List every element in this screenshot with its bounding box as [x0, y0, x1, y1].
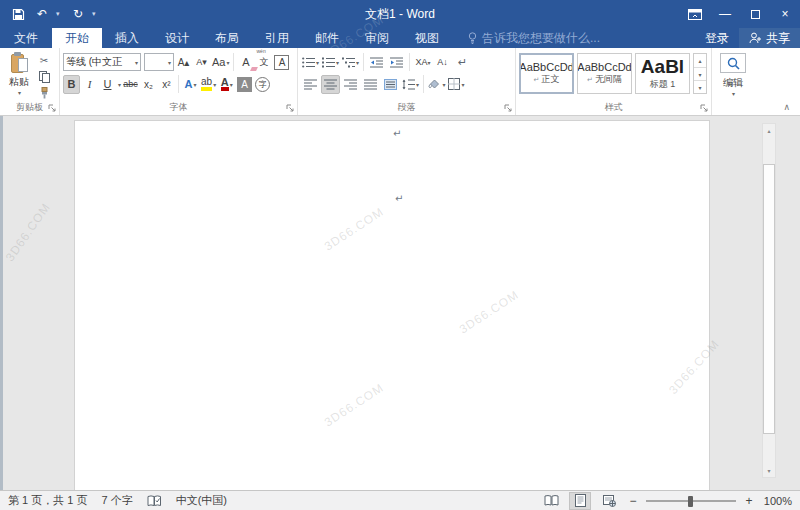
style-normal[interactable]: AaBbCcDd ↵正文 [519, 53, 574, 94]
tell-me-box[interactable]: 告诉我您想要做什么... [468, 28, 600, 48]
phonetic-guide-button[interactable]: wén文 [255, 53, 272, 72]
italic-button[interactable]: I [81, 75, 98, 94]
underline-button[interactable]: U [99, 75, 116, 94]
change-case-button[interactable]: Aa▾ [211, 53, 230, 72]
paste-dropdown-icon: ▾ [18, 89, 21, 96]
editing-group-button-label[interactable]: 编辑 [723, 76, 743, 90]
ribbon-display-options-icon[interactable] [680, 0, 710, 28]
language-indicator[interactable]: 中文(中国) [176, 493, 227, 508]
underline-dropdown-icon[interactable]: ▾ [118, 81, 121, 88]
document-page[interactable]: ↵ ↵ [74, 120, 710, 490]
decrease-indent-button[interactable] [367, 53, 386, 72]
align-center-button[interactable] [321, 75, 340, 94]
style-row-up-icon[interactable]: ▴ [694, 54, 706, 67]
collapse-ribbon-icon[interactable]: ∧ [783, 102, 790, 112]
align-right-button[interactable] [341, 75, 360, 94]
shading-button[interactable]: ▾ [427, 75, 446, 94]
align-left-button[interactable] [301, 75, 320, 94]
zoom-in-button[interactable]: + [743, 494, 755, 508]
clear-formatting-button[interactable]: A [237, 53, 254, 72]
undo-dropdown-icon[interactable]: ▾ [56, 10, 64, 18]
paste-button[interactable]: 粘贴 ▾ [3, 51, 35, 100]
superscript-button[interactable]: x² [158, 75, 175, 94]
character-border-button[interactable]: A [273, 53, 290, 72]
sign-in-button[interactable]: 登录 [695, 30, 739, 47]
zoom-slider-thumb[interactable] [688, 496, 693, 507]
zoom-level[interactable]: 100% [762, 495, 792, 507]
font-dialog-launcher-icon[interactable] [286, 104, 295, 113]
tab-view[interactable]: 视图 [402, 28, 452, 48]
read-mode-icon[interactable] [540, 492, 562, 510]
styles-group: AaBbCcDd ↵正文 AaBbCcDd ↵无间隔 AaBl 标题 1 ▴ ▾… [516, 48, 712, 115]
distribute-icon [384, 79, 397, 90]
lightbulb-icon [468, 32, 477, 45]
tab-design[interactable]: 设计 [152, 28, 202, 48]
cut-icon[interactable]: ✂ [35, 53, 53, 68]
strikethrough-button[interactable]: abc [122, 75, 139, 94]
tab-mailings[interactable]: 邮件 [302, 28, 352, 48]
borders-button[interactable]: ▾ [447, 75, 466, 94]
distribute-button[interactable] [381, 75, 400, 94]
show-hide-marks-button[interactable]: ↵ [453, 53, 472, 72]
enclose-characters-icon: 字 [255, 77, 270, 92]
style-heading1[interactable]: AaBl 标题 1 [635, 53, 690, 94]
tab-insert[interactable]: 插入 [102, 28, 152, 48]
justify-button[interactable] [361, 75, 380, 94]
font-group: 等线 (中文正 ▾ ▾ A▴ A▾ Aa▾ A wén文 A B I U ▾ [60, 48, 298, 115]
shrink-font-button[interactable]: A▾ [193, 53, 210, 72]
find-button[interactable] [720, 53, 746, 73]
close-button[interactable]: × [770, 0, 800, 28]
word-count[interactable]: 7 个字 [101, 493, 132, 508]
customize-qat-icon[interactable]: ▾ [92, 10, 100, 18]
zoom-slider[interactable] [646, 494, 736, 508]
print-layout-icon[interactable] [569, 492, 591, 510]
web-layout-icon[interactable] [598, 492, 620, 510]
tab-references[interactable]: 引用 [252, 28, 302, 48]
editing-group: 编辑 ▾ [712, 48, 754, 115]
tell-me-label: 告诉我您想要做什么... [482, 30, 600, 47]
bold-button[interactable]: B [63, 75, 80, 94]
asian-layout-button[interactable]: X A▾ [413, 53, 432, 72]
sort-button[interactable]: A↓ [433, 53, 452, 72]
style-no-spacing[interactable]: AaBbCcDd ↵无间隔 [577, 53, 632, 94]
paragraph-dialog-launcher-icon[interactable] [504, 104, 513, 113]
format-painter-icon[interactable] [35, 85, 53, 100]
numbering-button[interactable]: ▾ [321, 53, 340, 72]
subscript-button[interactable]: x₂ [140, 75, 157, 94]
copy-icon[interactable] [35, 69, 53, 84]
scrollbar-thumb[interactable] [763, 164, 775, 434]
tab-layout[interactable]: 布局 [202, 28, 252, 48]
style-gallery-more-icon[interactable]: ▾ [694, 80, 706, 93]
character-shading-button[interactable]: A [236, 75, 253, 94]
font-size-combo[interactable]: ▾ [144, 53, 174, 71]
editing-dropdown-icon[interactable]: ▾ [732, 90, 735, 97]
tab-review[interactable]: 审阅 [352, 28, 402, 48]
highlight-button[interactable]: ab▾ [200, 75, 217, 94]
vertical-scrollbar[interactable]: ▴ ▾ [762, 123, 776, 478]
increase-indent-button[interactable] [387, 53, 406, 72]
save-icon[interactable] [8, 3, 28, 25]
tab-file[interactable]: 文件 [0, 28, 52, 48]
text-effects-button[interactable]: A▾ [182, 75, 199, 94]
clipboard-dialog-launcher-icon[interactable] [48, 104, 57, 113]
share-button[interactable]: 共享 [739, 28, 800, 48]
tab-home[interactable]: 开始 [52, 28, 102, 48]
enclose-characters-button[interactable]: 字 [254, 75, 271, 94]
grow-font-button[interactable]: A▴ [175, 53, 192, 72]
font-color-button[interactable]: A▾ [218, 75, 235, 94]
maximize-button[interactable] [740, 0, 770, 28]
minimize-button[interactable]: — [710, 0, 740, 28]
page-indicator[interactable]: 第 1 页，共 1 页 [8, 493, 87, 508]
styles-dialog-launcher-icon[interactable] [700, 104, 709, 113]
redo-button[interactable]: ↻ [68, 3, 88, 25]
zoom-out-button[interactable]: − [627, 494, 639, 508]
style-row-down-icon[interactable]: ▾ [694, 67, 706, 80]
multilevel-list-button[interactable]: ▾ [341, 53, 360, 72]
scroll-up-icon[interactable]: ▴ [763, 124, 775, 137]
proofing-icon[interactable] [147, 495, 162, 507]
font-name-combo[interactable]: 等线 (中文正 ▾ [63, 53, 141, 71]
scroll-down-icon[interactable]: ▾ [763, 464, 775, 477]
undo-button[interactable]: ↶ [32, 3, 52, 25]
line-spacing-button[interactable]: ▾ [401, 75, 420, 94]
bullets-button[interactable]: ▾ [301, 53, 320, 72]
